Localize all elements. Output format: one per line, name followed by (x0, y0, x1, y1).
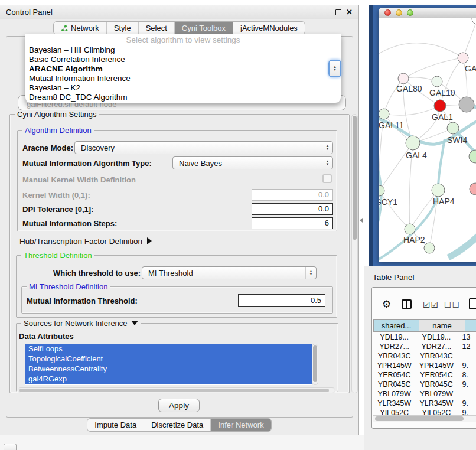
table-row[interactable]: YBL079WYBL079W (373, 389, 476, 399)
attribute-item-betweennesscentrality[interactable]: BetweennessCentrality (25, 364, 312, 374)
tab-infer-network[interactable]: Infer Network (210, 419, 270, 431)
attributes-hscrollbar[interactable] (18, 387, 335, 393)
network-node-gal4[interactable] (406, 136, 420, 150)
table-row[interactable]: YER054CYER054C8. (373, 370, 476, 380)
network-graph[interactable]: GALGAL80GAL10GAL1GAL11SWI4GAL4GCY1HAP4YH… (379, 18, 476, 262)
tab-select[interactable]: Select (138, 22, 174, 34)
column-header-a[interactable]: A (465, 319, 476, 332)
settings-vscrollbar[interactable] (351, 114, 358, 393)
network-node-gal[interactable] (458, 53, 468, 63)
close-icon[interactable]: ✕ (346, 9, 353, 15)
tab-impute-data[interactable]: Impute Data (87, 419, 144, 431)
network-edge[interactable] (379, 191, 410, 229)
attributes-vscrollbar[interactable] (312, 344, 318, 385)
node-label-gal4: GAL4 (406, 151, 427, 160)
attribute-item-selfloops[interactable]: SelfLoops (25, 344, 312, 354)
column-view-icon[interactable] (402, 299, 412, 309)
attribute-item-topologicalcoefficient[interactable]: TopologicalCoefficient (25, 354, 312, 364)
network-canvas[interactable]: GALGAL80GAL10GAL1GAL11SWI4GAL4GCY1HAP4YH… (379, 18, 476, 262)
export-table-icon[interactable] (469, 298, 476, 309)
deselect-all-checkboxes-icon[interactable]: ☐☐ (444, 301, 460, 309)
table-row[interactable]: YDL19...YDL19...13 (373, 332, 476, 342)
zoom-traffic-light-icon[interactable] (407, 9, 413, 16)
float-window-icon[interactable] (335, 9, 341, 15)
network-node[interactable] (469, 150, 476, 163)
network-node-hap4[interactable] (432, 184, 445, 197)
table-row[interactable]: YDR27...YDR27...12 (373, 342, 476, 351)
which-threshold-combo[interactable]: MI Threshold ▲▼ (142, 266, 317, 279)
table-cell: 9. (458, 361, 476, 370)
dpi-tolerance-field[interactable]: 0.0 (252, 203, 333, 215)
tab-cyni-toolbox[interactable]: Cyni Toolbox (174, 22, 233, 34)
select-all-checkboxes-icon[interactable]: ☑☑ (423, 300, 439, 309)
node-label-gcy1: GCY1 (379, 197, 397, 207)
dropdown-item-mutual-information-inference[interactable]: Mutual Information Inference (25, 74, 341, 83)
status-strip (0, 435, 364, 450)
minimized-panel-button[interactable] (4, 444, 17, 450)
dropdown-item-bayesian-hill-climbing[interactable]: Bayesian – Hill Climbing (25, 45, 341, 55)
aracne-mode-combo[interactable]: Discovery ▲▼ (74, 141, 333, 154)
table-hscrollbar[interactable] (373, 415, 476, 422)
node-table: ⚙ ☑☑ ☐☐ shared...nameA YDL19...YDL19...1… (371, 287, 476, 429)
table-row[interactable]: YLR345WYLR345W9. (373, 399, 476, 408)
network-node[interactable] (459, 97, 474, 112)
network-node-gal80[interactable] (398, 73, 409, 84)
mi-threshold-label: Mutual Information Threshold: (27, 296, 138, 305)
algorithm-combo-stepper[interactable]: ▲▼ (328, 60, 341, 77)
column-header-name[interactable]: name (419, 319, 465, 332)
mi-threshold-field[interactable]: 0.5 (238, 294, 325, 307)
dropdown-item-basic-correlation-inference[interactable]: Basic Correlation Inference (25, 55, 341, 64)
table-cell: 13 (458, 332, 476, 342)
gear-icon[interactable]: ⚙ (382, 298, 391, 311)
network-edge[interactable] (403, 58, 463, 79)
table-body: YDL19...YDL19...13YDR27...YDR27...12YBR0… (373, 332, 476, 418)
data-attributes-list[interactable]: SelfLoopsTopologicalCoefficientBetweenne… (25, 344, 312, 385)
network-edge[interactable] (379, 43, 463, 58)
network-node[interactable] (424, 243, 435, 253)
network-node[interactable] (472, 18, 476, 24)
network-node-swi4[interactable] (447, 122, 459, 134)
network-node-gcy1[interactable] (379, 185, 384, 196)
table-cell: YPR145W (373, 361, 415, 370)
minimize-traffic-light-icon[interactable] (396, 9, 402, 16)
sources-group-title[interactable]: Sources for Network Inference (21, 319, 141, 328)
hub-definition-toggle[interactable]: Hub/Transcription Factor Definition (19, 237, 152, 246)
tab-discretize-data[interactable]: Discretize Data (144, 419, 210, 431)
close-traffic-light-icon[interactable] (384, 9, 391, 16)
table-row[interactable]: YBR045CYBR045C9. (373, 380, 476, 389)
splitter-handle-icon[interactable] (360, 218, 363, 223)
which-threshold-value: MI Threshold (142, 269, 305, 278)
kernel-width-field[interactable]: 0.0 (252, 189, 333, 201)
table-row[interactable]: YPR145WYPR145W9. (373, 361, 476, 370)
network-node-gal10[interactable] (432, 76, 442, 87)
hub-definition-label: Hub/Transcription Factor Definition (19, 237, 142, 246)
mi-steps-field[interactable]: 6 (252, 217, 333, 229)
table-cell: 9. (458, 399, 476, 408)
attribute-item-gal4rgexp[interactable]: gal4RGexp (25, 374, 312, 384)
manual-kernel-checkbox[interactable] (322, 174, 332, 183)
cyni-algorithm-settings-group: Cyni Algorithm Settings Algorithm Defini… (9, 114, 350, 393)
network-node-hap2[interactable] (405, 224, 415, 234)
tab-network[interactable]: Network (54, 22, 106, 34)
network-edge[interactable] (463, 19, 476, 58)
mi-type-value: Naive Bayes (173, 159, 322, 168)
mi-type-combo[interactable]: Naive Bayes ▲▼ (172, 156, 333, 169)
network-node-gal1[interactable] (434, 100, 446, 112)
dropdown-item-aracne-algorithm[interactable]: ARACNE Algorithm (25, 64, 341, 74)
dropdown-placeholder: Select algorithm to view settings (25, 34, 341, 45)
network-node-y[interactable] (470, 183, 476, 195)
tab-jactivemnodules[interactable]: jActiveMNodules (233, 22, 305, 34)
network-window-titlebar[interactable] (379, 8, 476, 18)
tab-style[interactable]: Style (106, 22, 138, 34)
node-label-hap2: HAP2 (403, 235, 425, 244)
dropdown-item-bayesian-k2[interactable]: Bayesian – K2 (25, 83, 341, 93)
dropdown-item-dream8-dc-tdc-algorithm[interactable]: Dream8 DC_TDC Algorithm (25, 93, 341, 102)
apply-button[interactable]: Apply (158, 399, 200, 412)
network-edge-thick[interactable] (448, 219, 476, 257)
table-row[interactable]: YBR043CYBR043C (373, 351, 476, 361)
network-desktop-area: GALGAL80GAL10GAL1GAL11SWI4GAL4GCY1HAP4YH… (369, 5, 476, 266)
column-header-shared[interactable]: shared... (373, 319, 419, 332)
table-cell: 9. (458, 380, 476, 389)
network-node-gal11[interactable] (379, 109, 389, 119)
table-cell: YBL079W (415, 389, 457, 399)
